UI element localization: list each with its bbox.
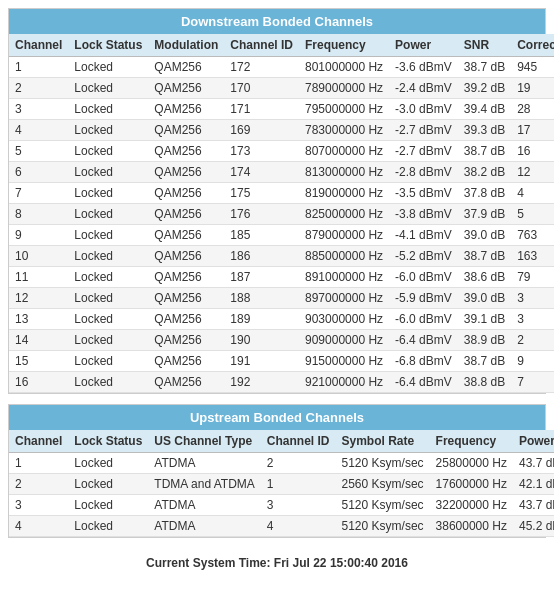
table-cell: -2.7 dBmV — [389, 120, 458, 141]
downstream-header: Downstream Bonded Channels — [9, 9, 545, 34]
table-row: 12LockedQAM256188897000000 Hz-5.9 dBmV39… — [9, 288, 554, 309]
table-cell: QAM256 — [148, 57, 224, 78]
table-cell: 9 — [9, 225, 68, 246]
table-cell: 2 — [511, 330, 554, 351]
table-cell: 16 — [511, 141, 554, 162]
table-cell: 39.4 dB — [458, 99, 511, 120]
table-row: 1LockedQAM256172801000000 Hz-3.6 dBmV38.… — [9, 57, 554, 78]
upstream-col-header: Channel — [9, 430, 68, 453]
table-cell: 176 — [224, 204, 299, 225]
table-cell: ATDMA — [148, 495, 260, 516]
table-cell: 12 — [9, 288, 68, 309]
table-cell: -6.4 dBmV — [389, 372, 458, 393]
table-row: 1LockedATDMA25120 Ksym/sec25800000 Hz43.… — [9, 453, 554, 474]
table-cell: QAM256 — [148, 204, 224, 225]
table-cell: 17 — [511, 120, 554, 141]
table-cell: 15 — [9, 351, 68, 372]
table-cell: 903000000 Hz — [299, 309, 389, 330]
footer: Current System Time: Fri Jul 22 15:00:40… — [8, 548, 546, 578]
downstream-col-header: Channel ID — [224, 34, 299, 57]
footer-label: Current System Time: — [146, 556, 270, 570]
table-cell: 32200000 Hz — [430, 495, 513, 516]
table-cell: 12 — [511, 162, 554, 183]
table-cell: Locked — [68, 351, 148, 372]
table-row: 4LockedATDMA45120 Ksym/sec38600000 Hz45.… — [9, 516, 554, 537]
table-cell: 14 — [9, 330, 68, 351]
table-cell: 38.2 dB — [458, 162, 511, 183]
table-cell: Locked — [68, 288, 148, 309]
table-row: 10LockedQAM256186885000000 Hz-5.2 dBmV38… — [9, 246, 554, 267]
table-cell: 3 — [9, 99, 68, 120]
table-cell: 188 — [224, 288, 299, 309]
table-cell: 807000000 Hz — [299, 141, 389, 162]
table-cell: 45.2 dBmV — [513, 516, 554, 537]
table-cell: 43.7 dBmV — [513, 453, 554, 474]
table-cell: QAM256 — [148, 309, 224, 330]
table-cell: 3 — [9, 495, 68, 516]
table-row: 11LockedQAM256187891000000 Hz-6.0 dBmV38… — [9, 267, 554, 288]
table-cell: 37.8 dB — [458, 183, 511, 204]
table-cell: 795000000 Hz — [299, 99, 389, 120]
table-row: 7LockedQAM256175819000000 Hz-3.5 dBmV37.… — [9, 183, 554, 204]
table-cell: 7 — [511, 372, 554, 393]
table-cell: Locked — [68, 330, 148, 351]
upstream-col-header: Frequency — [430, 430, 513, 453]
table-cell: 39.1 dB — [458, 309, 511, 330]
table-cell: -5.2 dBmV — [389, 246, 458, 267]
table-cell: QAM256 — [148, 225, 224, 246]
table-cell: 4 — [511, 183, 554, 204]
table-cell: QAM256 — [148, 120, 224, 141]
table-cell: 945 — [511, 57, 554, 78]
table-cell: 879000000 Hz — [299, 225, 389, 246]
table-cell: QAM256 — [148, 372, 224, 393]
upstream-col-header: Lock Status — [68, 430, 148, 453]
table-cell: Locked — [68, 162, 148, 183]
table-cell: 801000000 Hz — [299, 57, 389, 78]
table-cell: 38.8 dB — [458, 372, 511, 393]
upstream-header-row: ChannelLock StatusUS Channel TypeChannel… — [9, 430, 554, 453]
table-cell: 8 — [9, 204, 68, 225]
table-cell: QAM256 — [148, 162, 224, 183]
table-cell: 915000000 Hz — [299, 351, 389, 372]
table-cell: 185 — [224, 225, 299, 246]
table-cell: Locked — [68, 57, 148, 78]
table-cell: Locked — [68, 495, 148, 516]
table-row: 3LockedQAM256171795000000 Hz-3.0 dBmV39.… — [9, 99, 554, 120]
table-row: 14LockedQAM256190909000000 Hz-6.4 dBmV38… — [9, 330, 554, 351]
table-cell: 2 — [261, 453, 336, 474]
table-cell: QAM256 — [148, 288, 224, 309]
table-cell: 5120 Ksym/sec — [336, 495, 430, 516]
table-cell: -6.4 dBmV — [389, 330, 458, 351]
table-cell: 909000000 Hz — [299, 330, 389, 351]
upstream-col-header: Channel ID — [261, 430, 336, 453]
table-cell: 39.0 dB — [458, 288, 511, 309]
table-cell: 174 — [224, 162, 299, 183]
table-cell: QAM256 — [148, 330, 224, 351]
table-cell: 16 — [9, 372, 68, 393]
table-cell: Locked — [68, 99, 148, 120]
table-cell: Locked — [68, 204, 148, 225]
table-cell: 39.2 dB — [458, 78, 511, 99]
table-cell: 190 — [224, 330, 299, 351]
table-row: 3LockedATDMA35120 Ksym/sec32200000 Hz43.… — [9, 495, 554, 516]
table-cell: -6.8 dBmV — [389, 351, 458, 372]
table-row: 9LockedQAM256185879000000 Hz-4.1 dBmV39.… — [9, 225, 554, 246]
table-row: 8LockedQAM256176825000000 Hz-3.8 dBmV37.… — [9, 204, 554, 225]
page-wrapper: Downstream Bonded Channels ChannelLock S… — [0, 0, 554, 586]
table-cell: 10 — [9, 246, 68, 267]
table-cell: 175 — [224, 183, 299, 204]
table-cell: -4.1 dBmV — [389, 225, 458, 246]
table-cell: 187 — [224, 267, 299, 288]
table-cell: 825000000 Hz — [299, 204, 389, 225]
table-cell: 43.7 dBmV — [513, 495, 554, 516]
table-cell: 763 — [511, 225, 554, 246]
table-cell: 5120 Ksym/sec — [336, 453, 430, 474]
table-cell: 5120 Ksym/sec — [336, 516, 430, 537]
table-cell: -6.0 dBmV — [389, 267, 458, 288]
table-cell: QAM256 — [148, 351, 224, 372]
table-cell: -3.8 dBmV — [389, 204, 458, 225]
table-cell: 4 — [9, 516, 68, 537]
downstream-col-header: Power — [389, 34, 458, 57]
table-cell: QAM256 — [148, 267, 224, 288]
upstream-thead: ChannelLock StatusUS Channel TypeChannel… — [9, 430, 554, 453]
